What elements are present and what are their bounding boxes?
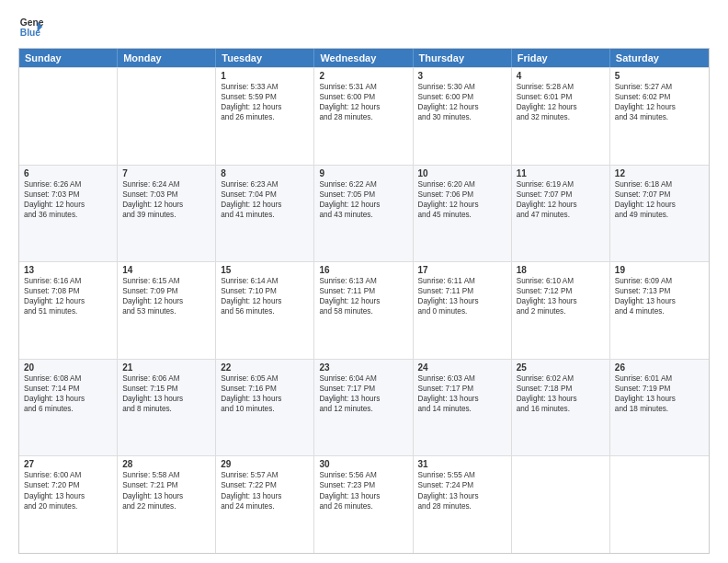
cell-info-line: Sunset: 6:00 PM bbox=[319, 92, 407, 102]
cell-info-line: Daylight: 12 hours bbox=[24, 200, 112, 210]
day-number: 26 bbox=[615, 362, 704, 373]
cell-info-line: Daylight: 13 hours bbox=[615, 296, 704, 306]
day-number: 31 bbox=[418, 459, 506, 469]
cell-info-line: and 34 minutes. bbox=[615, 112, 704, 122]
calendar-cell: 3Sunrise: 5:30 AMSunset: 6:00 PMDaylight… bbox=[414, 68, 512, 165]
cell-info-line: Sunrise: 6:03 AM bbox=[418, 373, 506, 384]
cell-info-line: Daylight: 12 hours bbox=[517, 102, 605, 112]
cell-info-line: Sunset: 7:17 PM bbox=[418, 384, 506, 394]
day-header: Friday bbox=[512, 49, 610, 67]
cell-info-line: Daylight: 13 hours bbox=[24, 394, 112, 404]
day-number: 1 bbox=[221, 71, 309, 81]
cell-info-line: and 53 minutes. bbox=[122, 306, 210, 316]
cell-info-line: Daylight: 13 hours bbox=[122, 394, 210, 404]
cell-info-line: Sunrise: 5:58 AM bbox=[122, 470, 210, 480]
calendar-row: 20Sunrise: 6:08 AMSunset: 7:14 PMDayligh… bbox=[19, 359, 709, 456]
header: General Blue bbox=[18, 15, 710, 40]
cell-info-line: Sunrise: 6:06 AM bbox=[122, 373, 210, 384]
cell-info-line: Sunset: 7:07 PM bbox=[517, 190, 605, 200]
cell-info-line: Sunrise: 6:13 AM bbox=[319, 276, 407, 286]
cell-info-line: and 18 minutes. bbox=[615, 404, 704, 414]
cell-info-line: Sunset: 7:22 PM bbox=[221, 480, 309, 490]
calendar-cell: 18Sunrise: 6:10 AMSunset: 7:12 PMDayligh… bbox=[512, 262, 610, 359]
day-number: 8 bbox=[221, 168, 309, 178]
cell-info-line: and 51 minutes. bbox=[24, 306, 112, 316]
day-header: Saturday bbox=[610, 49, 709, 67]
cell-info-line: Daylight: 12 hours bbox=[221, 200, 309, 210]
day-number: 25 bbox=[517, 362, 605, 373]
cell-info-line: Sunset: 7:17 PM bbox=[319, 384, 407, 394]
cell-info-line: Sunrise: 5:31 AM bbox=[319, 82, 407, 92]
cell-info-line: Daylight: 12 hours bbox=[319, 200, 407, 210]
cell-info-line: Sunset: 6:00 PM bbox=[418, 92, 506, 102]
calendar-cell: 20Sunrise: 6:08 AMSunset: 7:14 PMDayligh… bbox=[19, 360, 118, 456]
day-number: 29 bbox=[221, 459, 309, 469]
day-number: 2 bbox=[319, 71, 407, 81]
cell-info-line: Sunrise: 5:33 AM bbox=[221, 82, 309, 92]
cell-info-line: Sunrise: 6:15 AM bbox=[122, 276, 210, 286]
cell-info-line: Daylight: 12 hours bbox=[615, 200, 704, 210]
calendar-cell: 9Sunrise: 6:22 AMSunset: 7:05 PMDaylight… bbox=[314, 166, 413, 262]
cell-info-line: Daylight: 12 hours bbox=[319, 102, 407, 112]
cell-info-line: Sunrise: 6:11 AM bbox=[418, 276, 506, 286]
cell-info-line: Sunset: 7:10 PM bbox=[221, 286, 309, 296]
cell-info-line: Sunset: 7:05 PM bbox=[319, 190, 407, 200]
day-number: 6 bbox=[24, 168, 112, 178]
cell-info-line: Sunrise: 6:23 AM bbox=[221, 179, 309, 190]
cell-info-line: Sunrise: 6:01 AM bbox=[615, 373, 704, 384]
cell-info-line: Daylight: 13 hours bbox=[418, 296, 506, 306]
calendar-body: 1Sunrise: 5:33 AMSunset: 5:59 PMDaylight… bbox=[19, 67, 709, 553]
day-header: Thursday bbox=[414, 49, 512, 67]
cell-info-line: Sunset: 7:15 PM bbox=[122, 384, 210, 394]
cell-info-line: Daylight: 12 hours bbox=[418, 102, 506, 112]
day-number: 28 bbox=[122, 459, 210, 469]
cell-info-line: Daylight: 13 hours bbox=[319, 394, 407, 404]
calendar-cell: 11Sunrise: 6:19 AMSunset: 7:07 PMDayligh… bbox=[512, 166, 610, 262]
cell-info-line: Sunset: 7:12 PM bbox=[517, 286, 605, 296]
calendar-cell: 10Sunrise: 6:20 AMSunset: 7:06 PMDayligh… bbox=[414, 166, 512, 262]
page: General Blue SundayMondayTuesdayWednesda… bbox=[0, 0, 728, 563]
cell-info-line: Daylight: 12 hours bbox=[122, 200, 210, 210]
cell-info-line: and 45 minutes. bbox=[418, 210, 506, 220]
cell-info-line: Sunset: 7:16 PM bbox=[221, 384, 309, 394]
cell-info-line: Sunrise: 6:20 AM bbox=[418, 179, 506, 190]
day-number: 30 bbox=[319, 459, 407, 469]
cell-info-line: Daylight: 13 hours bbox=[517, 394, 605, 404]
calendar-cell: 7Sunrise: 6:24 AMSunset: 7:03 PMDaylight… bbox=[118, 166, 216, 262]
cell-info-line: and 32 minutes. bbox=[517, 112, 605, 122]
cell-info-line: Daylight: 12 hours bbox=[319, 296, 407, 306]
cell-info-line: and 20 minutes. bbox=[24, 501, 112, 511]
cell-info-line: Sunset: 7:13 PM bbox=[615, 286, 704, 296]
cell-info-line: and 14 minutes. bbox=[418, 404, 506, 414]
cell-info-line: Daylight: 13 hours bbox=[319, 491, 407, 501]
day-header: Sunday bbox=[19, 49, 118, 67]
calendar-cell bbox=[610, 456, 709, 553]
cell-info-line: Sunset: 7:06 PM bbox=[418, 190, 506, 200]
cell-info-line: Sunset: 7:23 PM bbox=[319, 480, 407, 490]
calendar-cell bbox=[512, 456, 610, 553]
cell-info-line: Daylight: 13 hours bbox=[24, 491, 112, 501]
cell-info-line: Daylight: 12 hours bbox=[24, 296, 112, 306]
cell-info-line: Daylight: 12 hours bbox=[122, 296, 210, 306]
calendar-cell: 24Sunrise: 6:03 AMSunset: 7:17 PMDayligh… bbox=[414, 360, 512, 456]
cell-info-line: and 10 minutes. bbox=[221, 404, 309, 414]
calendar-cell: 5Sunrise: 5:27 AMSunset: 6:02 PMDaylight… bbox=[610, 68, 709, 165]
cell-info-line: and 4 minutes. bbox=[615, 306, 704, 316]
cell-info-line: Sunrise: 6:16 AM bbox=[24, 276, 112, 286]
cell-info-line: Sunrise: 6:24 AM bbox=[122, 179, 210, 190]
calendar-cell: 19Sunrise: 6:09 AMSunset: 7:13 PMDayligh… bbox=[610, 262, 709, 359]
day-header: Wednesday bbox=[314, 49, 413, 67]
cell-info-line: and 47 minutes. bbox=[517, 210, 605, 220]
cell-info-line: and 8 minutes. bbox=[122, 404, 210, 414]
day-number: 5 bbox=[615, 71, 704, 81]
day-number: 16 bbox=[319, 265, 407, 275]
cell-info-line: Sunset: 7:03 PM bbox=[122, 190, 210, 200]
calendar-cell: 17Sunrise: 6:11 AMSunset: 7:11 PMDayligh… bbox=[414, 262, 512, 359]
calendar-cell: 2Sunrise: 5:31 AMSunset: 6:00 PMDaylight… bbox=[314, 68, 413, 165]
cell-info-line: and 58 minutes. bbox=[319, 306, 407, 316]
day-number: 17 bbox=[418, 265, 506, 275]
calendar-row: 13Sunrise: 6:16 AMSunset: 7:08 PMDayligh… bbox=[19, 261, 709, 359]
calendar-cell: 29Sunrise: 5:57 AMSunset: 7:22 PMDayligh… bbox=[216, 456, 314, 553]
cell-info-line: Sunset: 7:24 PM bbox=[418, 480, 506, 490]
calendar-cell: 23Sunrise: 6:04 AMSunset: 7:17 PMDayligh… bbox=[314, 360, 413, 456]
